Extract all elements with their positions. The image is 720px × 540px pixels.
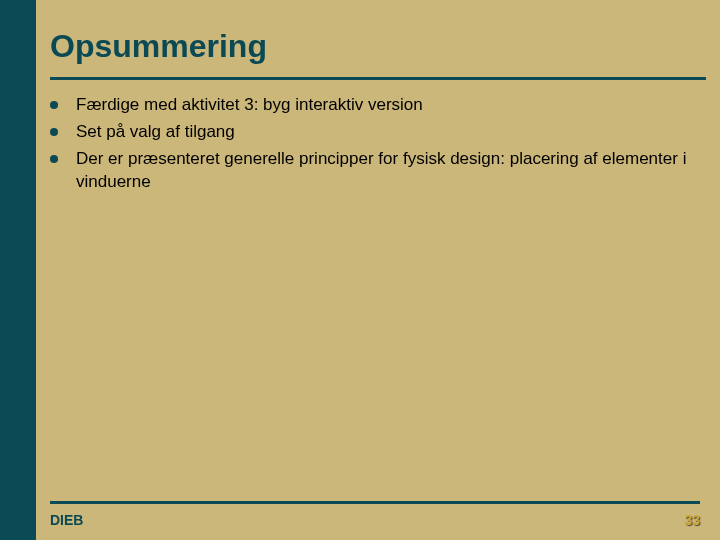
bullet-text: Der er præsenteret generelle principper … <box>76 148 692 194</box>
footer-rule <box>50 501 700 504</box>
left-accent-rail <box>0 0 36 540</box>
slide-content: Færdige med aktivitet 3: byg interaktiv … <box>36 80 720 540</box>
list-item: Set på valg af tilgang <box>50 121 692 144</box>
slide-title: Opsummering <box>50 28 700 65</box>
bullet-text: Færdige med aktivitet 3: byg interaktiv … <box>76 94 423 117</box>
slide-header: Opsummering <box>36 0 720 71</box>
slide-body: Opsummering Færdige med aktivitet 3: byg… <box>36 0 720 540</box>
footer-left-label: DIEB <box>50 512 83 528</box>
bullet-list: Færdige med aktivitet 3: byg interaktiv … <box>50 94 692 194</box>
bullet-text: Set på valg af tilgang <box>76 121 235 144</box>
list-item: Færdige med aktivitet 3: byg interaktiv … <box>50 94 692 117</box>
bullet-icon <box>50 101 58 109</box>
slide-footer: DIEB 33 <box>36 501 720 540</box>
bullet-icon <box>50 155 58 163</box>
list-item: Der er præsenteret generelle principper … <box>50 148 692 194</box>
bullet-icon <box>50 128 58 136</box>
footer-row: DIEB 33 <box>50 512 700 528</box>
page-number: 33 <box>684 512 700 528</box>
